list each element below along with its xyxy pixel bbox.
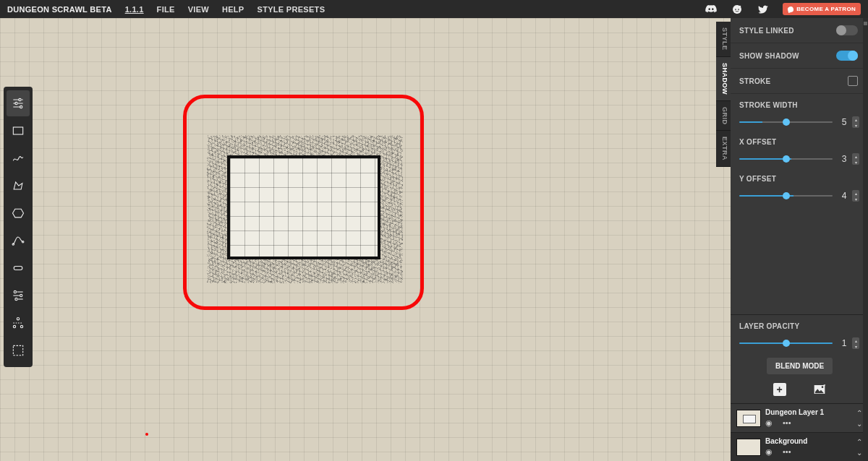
tool-freehand[interactable] [7, 145, 30, 171]
become-patron-button[interactable]: BECOME A PATRON [783, 3, 861, 15]
svg-point-14 [17, 318, 19, 320]
svg-point-5 [15, 102, 17, 104]
layer-name: Dungeon Layer 1 [765, 408, 852, 416]
label-y-offset: Y OFFSET [739, 175, 859, 183]
tool-path[interactable] [7, 228, 30, 254]
group-y-offset: Y OFFSET 4 [731, 168, 868, 204]
tool-eraser[interactable] [7, 255, 30, 281]
layer-thumb-icon [736, 439, 761, 456]
layer-background[interactable]: Background ◉ ••• ⌃ ⌄ [731, 432, 868, 461]
app-header: DUNGEON SCRAWL BETA 1.1.1 FILE VIEW HELP… [0, 0, 868, 18]
stepper-x-offset[interactable] [852, 153, 859, 165]
more-icon[interactable]: ••• [783, 418, 791, 428]
version-link[interactable]: 1.1.1 [125, 5, 144, 14]
visibility-icon[interactable]: ◉ [765, 418, 773, 428]
add-layer-button[interactable]: + [773, 383, 786, 396]
group-stroke-width: STROKE WIDTH 5 [731, 94, 868, 131]
label-show-shadow: SHOW SHADOW [739, 52, 799, 60]
group-x-offset: X OFFSET 3 [731, 131, 868, 168]
svg-point-6 [20, 105, 22, 108]
move-layer-down[interactable]: ⌄ [856, 420, 862, 428]
tool-sliders[interactable] [7, 283, 30, 309]
tab-shadow[interactable]: SHADOW [716, 57, 731, 101]
stepper-stroke-width[interactable] [852, 116, 859, 128]
tool-settings[interactable] [7, 90, 30, 116]
tool-polygon[interactable] [7, 173, 30, 199]
toggle-show-shadow[interactable] [836, 51, 858, 61]
label-style-linked: STYLE LINKED [739, 27, 794, 35]
row-style-linked: STYLE LINKED [731, 18, 868, 43]
cursor-marker [145, 433, 148, 436]
app-title: DUNGEON SCRAWL BETA [7, 5, 112, 14]
slider-y-offset[interactable] [739, 195, 833, 197]
row-show-shadow: SHOW SHADOW [731, 43, 868, 69]
tab-grid[interactable]: GRID [716, 101, 731, 132]
svg-point-3 [738, 9, 739, 10]
svg-point-16 [20, 325, 22, 327]
slider-layer-opacity[interactable] [739, 342, 833, 344]
menu-style-presets[interactable]: STYLE PRESETS [258, 5, 326, 14]
twitter-icon[interactable] [757, 3, 770, 16]
svg-point-2 [735, 9, 736, 10]
label-layer-opacity: LAYER OPACITY [739, 322, 859, 330]
group-layer-opacity: LAYER OPACITY 1 [731, 315, 868, 352]
tool-sidebar [4, 87, 33, 367]
svg-point-13 [15, 298, 17, 300]
svg-rect-10 [14, 267, 22, 270]
side-tab-strip: STYLE SHADOW GRID EXTRA [716, 22, 731, 167]
tool-select[interactable] [7, 337, 30, 363]
tab-style[interactable]: STYLE [716, 22, 731, 57]
svg-point-4 [19, 98, 21, 100]
svg-point-12 [20, 294, 22, 296]
svg-rect-7 [13, 127, 22, 134]
menu-view[interactable]: VIEW [188, 5, 209, 14]
slider-stroke-width[interactable] [739, 121, 833, 123]
label-stroke: STROKE [739, 77, 770, 85]
label-stroke-width: STROKE WIDTH [739, 101, 859, 109]
more-icon[interactable]: ••• [783, 447, 791, 457]
layer-section: LAYER OPACITY 1 BLEND MODE + + Dungeon L… [731, 314, 868, 461]
reddit-icon[interactable] [731, 3, 744, 16]
move-layer-down[interactable]: ⌄ [856, 449, 862, 457]
svg-point-15 [13, 325, 15, 327]
row-stroke: STROKE [731, 69, 868, 94]
layer-thumb-icon [736, 410, 761, 427]
selection-highlight [183, 95, 424, 310]
layer-name: Background [765, 437, 852, 445]
stepper-layer-opacity[interactable] [852, 337, 859, 349]
blend-mode-button[interactable]: BLEND MODE [767, 358, 833, 374]
properties-panel: STYLE SHADOW GRID EXTRA STYLE LINKED SHO… [731, 18, 868, 461]
add-image-layer-button[interactable]: + [813, 383, 826, 396]
menu-help[interactable]: HELP [222, 5, 244, 14]
tab-extra[interactable]: EXTRA [716, 131, 731, 167]
checkbox-stroke[interactable] [848, 76, 858, 86]
tool-nodes[interactable] [7, 310, 30, 336]
canvas-area[interactable] [0, 18, 731, 461]
svg-text:+: + [823, 384, 825, 387]
value-layer-opacity: 1 [838, 338, 846, 348]
svg-rect-17 [13, 345, 22, 355]
toggle-style-linked[interactable] [836, 25, 858, 35]
slider-x-offset[interactable] [739, 158, 833, 160]
value-stroke-width: 5 [838, 117, 846, 127]
tool-rectangle[interactable] [7, 118, 30, 144]
layer-dungeon-1[interactable]: Dungeon Layer 1 ◉ ••• ⌃ ⌄ [731, 403, 868, 432]
value-x-offset: 3 [838, 154, 846, 164]
patron-label: BECOME A PATRON [796, 6, 856, 12]
discord-icon[interactable] [705, 3, 718, 16]
move-layer-up[interactable]: ⌃ [856, 409, 862, 417]
menu-file[interactable]: FILE [157, 5, 175, 14]
panel-scrollbar[interactable] [863, 18, 868, 461]
svg-point-11 [14, 290, 16, 293]
value-y-offset: 4 [838, 191, 846, 201]
svg-point-1 [739, 5, 741, 7]
move-layer-up[interactable]: ⌃ [856, 438, 862, 446]
visibility-icon[interactable]: ◉ [765, 447, 773, 457]
tool-hexagon[interactable] [7, 200, 30, 226]
stepper-y-offset[interactable] [852, 190, 859, 202]
label-x-offset: X OFFSET [739, 138, 859, 146]
